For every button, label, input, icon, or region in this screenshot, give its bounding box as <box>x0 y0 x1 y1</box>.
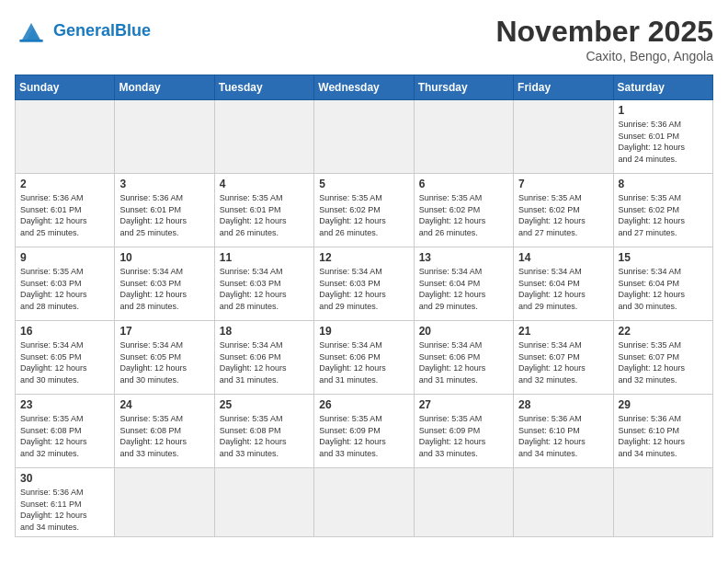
calendar-day: 11Sunrise: 5:34 AM Sunset: 6:03 PM Dayli… <box>214 247 313 321</box>
logo: GeneralBlue <box>15 15 151 48</box>
calendar-day <box>414 468 513 537</box>
day-info: Sunrise: 5:36 AM Sunset: 6:10 PM Dayligh… <box>518 413 608 459</box>
weekday-friday: Friday <box>514 75 613 100</box>
day-number: 18 <box>220 325 309 338</box>
calendar-day: 25Sunrise: 5:35 AM Sunset: 6:08 PM Dayli… <box>214 395 313 468</box>
calendar-day: 21Sunrise: 5:34 AM Sunset: 6:07 PM Dayli… <box>514 321 613 395</box>
calendar-day: 5Sunrise: 5:35 AM Sunset: 6:02 PM Daylig… <box>314 174 414 247</box>
calendar-day <box>613 468 712 537</box>
calendar-day: 17Sunrise: 5:34 AM Sunset: 6:05 PM Dayli… <box>115 321 214 395</box>
calendar-day: 7Sunrise: 5:35 AM Sunset: 6:02 PM Daylig… <box>514 174 613 247</box>
day-info: Sunrise: 5:35 AM Sunset: 6:01 PM Dayligh… <box>220 192 309 238</box>
calendar-day: 10Sunrise: 5:34 AM Sunset: 6:03 PM Dayli… <box>115 247 214 321</box>
calendar-day <box>214 468 313 537</box>
calendar-day <box>115 468 214 537</box>
day-info: Sunrise: 5:34 AM Sunset: 6:07 PM Dayligh… <box>518 339 608 385</box>
day-info: Sunrise: 5:34 AM Sunset: 6:03 PM Dayligh… <box>119 266 209 312</box>
logo-text: GeneralBlue <box>53 21 151 41</box>
day-number: 2 <box>20 178 109 190</box>
day-info: Sunrise: 5:34 AM Sunset: 6:05 PM Dayligh… <box>119 339 209 385</box>
calendar-day: 13Sunrise: 5:34 AM Sunset: 6:04 PM Dayli… <box>414 247 513 321</box>
weekday-monday: Monday <box>115 75 214 100</box>
calendar: SundayMondayTuesdayWednesdayThursdayFrid… <box>15 75 713 537</box>
day-number: 15 <box>619 251 708 264</box>
day-number: 8 <box>619 178 708 190</box>
day-info: Sunrise: 5:35 AM Sunset: 6:09 PM Dayligh… <box>419 413 508 459</box>
calendar-day <box>514 100 613 174</box>
calendar-week-2: 2Sunrise: 5:36 AM Sunset: 6:01 PM Daylig… <box>16 174 713 247</box>
calendar-day: 26Sunrise: 5:35 AM Sunset: 6:09 PM Dayli… <box>314 395 414 468</box>
day-number: 4 <box>220 178 309 190</box>
day-info: Sunrise: 5:34 AM Sunset: 6:03 PM Dayligh… <box>220 266 309 312</box>
day-info: Sunrise: 5:35 AM Sunset: 6:02 PM Dayligh… <box>319 192 408 238</box>
calendar-day: 30Sunrise: 5:36 AM Sunset: 6:11 PM Dayli… <box>16 468 115 537</box>
calendar-day <box>314 100 414 174</box>
day-info: Sunrise: 5:36 AM Sunset: 6:11 PM Dayligh… <box>20 487 109 533</box>
month-title: November 2025 <box>495 15 713 49</box>
calendar-day: 19Sunrise: 5:34 AM Sunset: 6:06 PM Dayli… <box>314 321 414 395</box>
day-info: Sunrise: 5:34 AM Sunset: 6:05 PM Dayligh… <box>20 339 109 385</box>
calendar-day: 20Sunrise: 5:34 AM Sunset: 6:06 PM Dayli… <box>414 321 513 395</box>
weekday-header-row: SundayMondayTuesdayWednesdayThursdayFrid… <box>16 75 713 100</box>
location: Caxito, Bengo, Angola <box>495 49 713 63</box>
logo-blue: Blue <box>115 21 151 40</box>
day-info: Sunrise: 5:35 AM Sunset: 6:03 PM Dayligh… <box>20 266 109 312</box>
day-number: 13 <box>419 251 508 264</box>
calendar-day <box>115 100 214 174</box>
logo-icon <box>15 15 48 48</box>
day-info: Sunrise: 5:34 AM Sunset: 6:04 PM Dayligh… <box>518 266 608 312</box>
day-info: Sunrise: 5:35 AM Sunset: 6:07 PM Dayligh… <box>619 339 708 385</box>
day-info: Sunrise: 5:36 AM Sunset: 6:10 PM Dayligh… <box>619 413 708 459</box>
calendar-day: 1Sunrise: 5:36 AM Sunset: 6:01 PM Daylig… <box>613 100 712 174</box>
day-number: 21 <box>518 325 608 338</box>
calendar-day: 16Sunrise: 5:34 AM Sunset: 6:05 PM Dayli… <box>16 321 115 395</box>
day-number: 19 <box>319 325 408 338</box>
calendar-day: 22Sunrise: 5:35 AM Sunset: 6:07 PM Dayli… <box>613 321 712 395</box>
day-info: Sunrise: 5:35 AM Sunset: 6:02 PM Dayligh… <box>619 192 708 238</box>
page-header: GeneralBlue November 2025 Caxito, Bengo,… <box>15 15 713 63</box>
day-info: Sunrise: 5:34 AM Sunset: 6:04 PM Dayligh… <box>419 266 508 312</box>
day-info: Sunrise: 5:35 AM Sunset: 6:08 PM Dayligh… <box>20 413 109 459</box>
calendar-header: SundayMondayTuesdayWednesdayThursdayFrid… <box>16 75 713 100</box>
day-number: 10 <box>119 251 209 264</box>
calendar-day: 4Sunrise: 5:35 AM Sunset: 6:01 PM Daylig… <box>214 174 313 247</box>
weekday-wednesday: Wednesday <box>314 75 414 100</box>
day-info: Sunrise: 5:35 AM Sunset: 6:08 PM Dayligh… <box>119 413 209 459</box>
calendar-week-1: 1Sunrise: 5:36 AM Sunset: 6:01 PM Daylig… <box>16 100 713 174</box>
day-number: 17 <box>119 325 209 338</box>
day-number: 22 <box>619 325 708 338</box>
calendar-day <box>514 468 613 537</box>
title-block: November 2025 Caxito, Bengo, Angola <box>495 15 713 63</box>
day-number: 7 <box>518 178 608 190</box>
calendar-day: 3Sunrise: 5:36 AM Sunset: 6:01 PM Daylig… <box>115 174 214 247</box>
day-info: Sunrise: 5:35 AM Sunset: 6:09 PM Dayligh… <box>319 413 408 459</box>
calendar-day: 15Sunrise: 5:34 AM Sunset: 6:04 PM Dayli… <box>613 247 712 321</box>
day-info: Sunrise: 5:34 AM Sunset: 6:06 PM Dayligh… <box>220 339 309 385</box>
day-number: 11 <box>220 251 309 264</box>
day-info: Sunrise: 5:34 AM Sunset: 6:03 PM Dayligh… <box>319 266 408 312</box>
weekday-saturday: Saturday <box>613 75 712 100</box>
day-number: 9 <box>20 251 109 264</box>
day-number: 14 <box>518 251 608 264</box>
day-number: 16 <box>20 325 109 338</box>
calendar-day <box>214 100 313 174</box>
calendar-day: 18Sunrise: 5:34 AM Sunset: 6:06 PM Dayli… <box>214 321 313 395</box>
day-number: 25 <box>220 398 309 411</box>
day-number: 20 <box>419 325 508 338</box>
day-number: 23 <box>20 398 109 411</box>
calendar-day: 2Sunrise: 5:36 AM Sunset: 6:01 PM Daylig… <box>16 174 115 247</box>
calendar-body: 1Sunrise: 5:36 AM Sunset: 6:01 PM Daylig… <box>16 100 713 537</box>
logo-general: General <box>53 21 115 40</box>
day-number: 6 <box>419 178 508 190</box>
day-number: 3 <box>119 178 209 190</box>
day-info: Sunrise: 5:34 AM Sunset: 6:06 PM Dayligh… <box>419 339 508 385</box>
day-number: 28 <box>518 398 608 411</box>
day-number: 24 <box>119 398 209 411</box>
day-info: Sunrise: 5:36 AM Sunset: 6:01 PM Dayligh… <box>20 192 109 238</box>
day-number: 26 <box>319 398 408 411</box>
calendar-day: 28Sunrise: 5:36 AM Sunset: 6:10 PM Dayli… <box>514 395 613 468</box>
calendar-day: 14Sunrise: 5:34 AM Sunset: 6:04 PM Dayli… <box>514 247 613 321</box>
calendar-day: 27Sunrise: 5:35 AM Sunset: 6:09 PM Dayli… <box>414 395 513 468</box>
day-number: 12 <box>319 251 408 264</box>
calendar-day: 6Sunrise: 5:35 AM Sunset: 6:02 PM Daylig… <box>414 174 513 247</box>
